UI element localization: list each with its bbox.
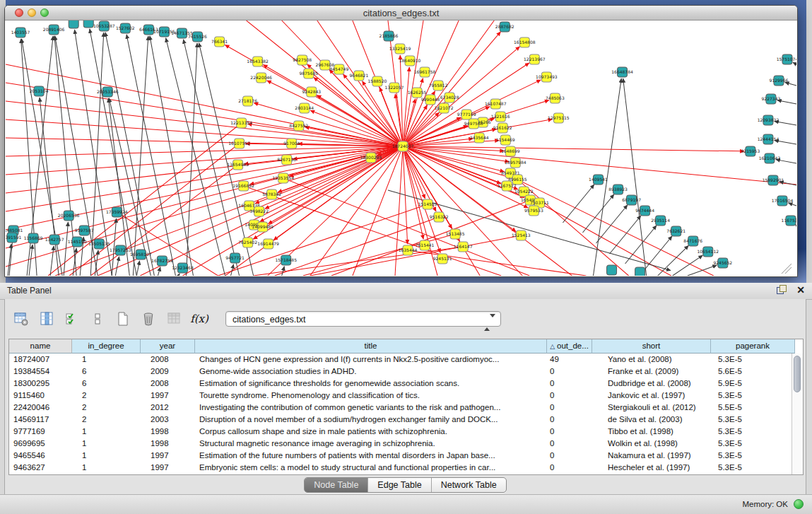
graph-node[interactable]: 9242843 bbox=[302, 87, 321, 97]
graph-node[interactable]: 9227343 bbox=[762, 94, 781, 104]
graph-node[interactable]: 9457721 bbox=[225, 253, 245, 263]
graph-node[interactable]: 8471676 bbox=[683, 236, 702, 246]
network-window[interactable]: citations_edges.txt 18724007165433822242… bbox=[4, 5, 798, 277]
graph-node[interactable]: 1513485 bbox=[446, 229, 465, 239]
node-table[interactable]: namein_degreeyeartitle△out_de...shortpag… bbox=[8, 339, 804, 475]
graph-node[interactable]: 2935114 bbox=[651, 216, 670, 226]
graph-node[interactable]: 17016504 bbox=[772, 196, 794, 206]
graph-node[interactable]: 15718485 bbox=[275, 255, 297, 265]
graph-node[interactable]: 16914479 bbox=[257, 239, 279, 249]
table-row[interactable]: 1456911722003Disruption of a novel membe… bbox=[9, 414, 803, 426]
column-header-title[interactable]: title bbox=[195, 339, 547, 354]
column-header-name[interactable]: name bbox=[9, 339, 72, 354]
graph-node[interactable]: 6879197 bbox=[622, 195, 641, 205]
column-header-short[interactable]: short bbox=[592, 339, 711, 354]
tab-node-table[interactable]: Node Table bbox=[305, 478, 368, 492]
graph-node[interactable]: 1156869 bbox=[24, 233, 43, 243]
import-table-icon[interactable] bbox=[165, 310, 183, 328]
float-panel-icon[interactable] bbox=[777, 285, 787, 295]
column-header-year[interactable]: year bbox=[141, 339, 195, 354]
window-titlebar[interactable]: citations_edges.txt bbox=[5, 6, 797, 21]
graph-node[interactable] bbox=[607, 265, 617, 275]
graph-node[interactable]: 1409541 bbox=[589, 175, 608, 185]
graph-node[interactable]: 9875685 bbox=[299, 69, 318, 78]
graph-node[interactable]: 1621072 bbox=[435, 103, 454, 113]
graph-node[interactable]: 18957984 bbox=[505, 158, 526, 168]
graph-node[interactable]: 1391591 bbox=[6, 233, 22, 243]
graph-node[interactable]: 7485063 bbox=[546, 93, 565, 103]
graph-node[interactable] bbox=[635, 267, 645, 276]
graph-node[interactable]: 6466163 bbox=[139, 25, 158, 35]
graph-node[interactable]: 20206536 bbox=[58, 211, 80, 221]
table-selector-dropdown[interactable]: citations_edges.txt bbox=[225, 311, 501, 327]
graph-node[interactable]: 10654112 bbox=[697, 247, 719, 257]
graph-node[interactable]: 7615441 bbox=[416, 240, 435, 250]
graph-node[interactable]: 12975115 bbox=[548, 113, 570, 123]
graph-node[interactable]: 1403557 bbox=[11, 28, 30, 37]
graph-node[interactable]: 16648784 bbox=[611, 67, 633, 77]
graph-node[interactable] bbox=[83, 21, 93, 28]
graph-node[interactable]: 16961758 bbox=[414, 67, 436, 77]
graph-node[interactable]: 16154808 bbox=[514, 37, 536, 47]
table-row[interactable]: 911546021997Tourette syndrome. Phenomeno… bbox=[9, 390, 803, 402]
column-header-pagerank[interactable]: pagerank bbox=[711, 339, 795, 354]
table-scrollbar[interactable] bbox=[792, 354, 803, 474]
graph-node[interactable]: 9245652 bbox=[713, 258, 732, 268]
graph-node[interactable]: 2718176 bbox=[238, 96, 257, 106]
network-canvas[interactable]: 1872400716543382224200462718176122133541… bbox=[6, 21, 796, 276]
graph-node[interactable]: 2053104 bbox=[30, 86, 49, 96]
table-row[interactable]: 946362711997Embryonic stem cells: a mode… bbox=[9, 462, 803, 474]
graph-node[interactable]: 14671355 bbox=[171, 28, 193, 38]
graph-node[interactable]: 1626255 bbox=[408, 88, 427, 98]
graph-node[interactable]: 2887682 bbox=[495, 22, 514, 32]
table-row[interactable]: 1872400712008Changes of HCN gene express… bbox=[9, 354, 803, 366]
graph-node[interactable]: 17957253 bbox=[110, 245, 131, 255]
graph-node[interactable]: 2803144 bbox=[295, 103, 314, 113]
tab-network-table[interactable]: Network Table bbox=[432, 478, 506, 492]
table-row[interactable]: 946554611997Estimation of the future num… bbox=[9, 450, 803, 462]
network-graph[interactable]: 1872400716543382224200462718176122133541… bbox=[6, 21, 796, 276]
table-row[interactable]: 1830029562008Estimation of significance … bbox=[9, 378, 803, 390]
graph-node[interactable]: 7632621 bbox=[666, 226, 686, 236]
table-settings-icon[interactable] bbox=[12, 310, 30, 328]
graph-node[interactable]: 10719155 bbox=[153, 27, 175, 37]
graph-node[interactable]: 20891406 bbox=[43, 25, 65, 35]
graph-node[interactable]: 9516322 bbox=[430, 212, 449, 222]
table-row[interactable]: 969969511998Structural magnetic resonanc… bbox=[9, 438, 803, 450]
scrollbar-thumb[interactable] bbox=[794, 356, 801, 392]
graph-node[interactable]: 9161622 bbox=[493, 123, 512, 133]
table-row[interactable]: 1938455462009Genome-wide association stu… bbox=[9, 366, 803, 378]
column-header-out_de[interactable]: △out_de... bbox=[547, 339, 592, 354]
new-document-icon[interactable] bbox=[114, 310, 132, 328]
graph-node[interactable]: 9245131 bbox=[433, 254, 452, 264]
graph-node[interactable]: 7615526 bbox=[188, 32, 207, 42]
graph-node[interactable]: 12093832 bbox=[758, 115, 779, 125]
graph-node[interactable]: 1167533 bbox=[782, 216, 796, 226]
graph-node[interactable] bbox=[69, 21, 78, 28]
graph-node[interactable]: 15892901 bbox=[763, 175, 784, 185]
table-row[interactable]: 977716911998Corpus callosum shape and si… bbox=[9, 426, 803, 438]
resize-grip-icon[interactable] bbox=[785, 267, 792, 274]
graph-node[interactable]: 1342757 bbox=[45, 235, 64, 245]
graph-node[interactable]: 1154469 bbox=[496, 135, 515, 145]
graph-node[interactable]: 9397587 bbox=[75, 226, 94, 235]
graph-node[interactable]: 16210643 bbox=[759, 153, 781, 163]
graph-node[interactable]: 12213967 bbox=[524, 54, 546, 64]
column-selector-icon[interactable] bbox=[37, 310, 56, 328]
close-panel-icon[interactable]: ✕ bbox=[796, 285, 805, 295]
graph-node[interactable]: 1527602 bbox=[116, 23, 135, 33]
graph-node[interactable]: 2185866 bbox=[379, 31, 399, 41]
graph-node[interactable]: 12444154 bbox=[758, 134, 779, 144]
graph-node[interactable]: 13325419 bbox=[389, 44, 411, 54]
tab-edge-table[interactable]: Edge Table bbox=[368, 478, 431, 492]
delete-icon[interactable] bbox=[139, 310, 158, 328]
column-header-in_degree[interactable]: in_degree bbox=[72, 339, 141, 354]
graph-node[interactable]: 1145190 bbox=[68, 237, 87, 247]
row-checklist-icon[interactable] bbox=[63, 310, 81, 328]
graph-node[interactable]: 8427552 bbox=[289, 121, 308, 131]
function-icon[interactable]: f(x) bbox=[190, 310, 208, 328]
table-row[interactable]: 2242004622012Investigating the contribut… bbox=[9, 402, 803, 414]
graph-node[interactable]: 1588520 bbox=[368, 76, 387, 86]
graph-node[interactable]: 8938923 bbox=[608, 185, 628, 194]
rows-icon[interactable] bbox=[88, 310, 107, 328]
